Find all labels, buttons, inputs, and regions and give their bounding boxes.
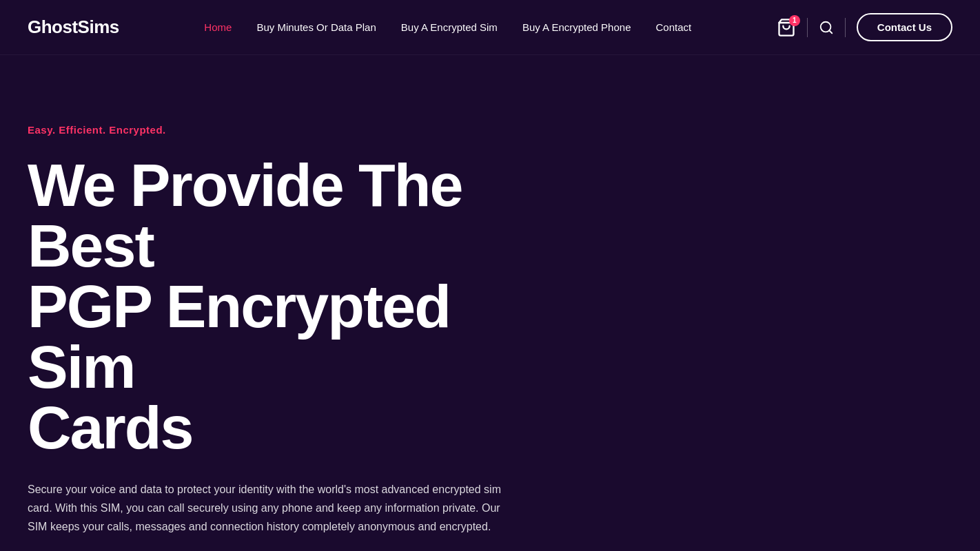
nav-link-home[interactable]: Home	[204, 21, 232, 33]
cart-badge: 1	[789, 15, 800, 26]
hero-title-line1: We Provide The Best	[28, 151, 462, 280]
navbar: GhostSims Home Buy Minutes Or Data Plan …	[0, 0, 980, 55]
hero-description: Secure your voice and data to protect yo…	[28, 480, 510, 537]
nav-item-home[interactable]: Home	[204, 21, 232, 34]
nav-link-phone[interactable]: Buy A Encrypted Phone	[522, 21, 631, 33]
nav-link-sim[interactable]: Buy A Encrypted Sim	[401, 21, 498, 33]
nav-item-contact[interactable]: Contact	[656, 21, 692, 34]
navbar-right: 1 Contact Us	[777, 13, 952, 41]
search-icon	[819, 20, 834, 35]
nav-item-minutes[interactable]: Buy Minutes Or Data Plan	[256, 21, 376, 34]
search-button[interactable]	[819, 20, 834, 35]
svg-line-2	[829, 30, 832, 33]
nav-item-sim[interactable]: Buy A Encrypted Sim	[401, 21, 498, 34]
nav-item-phone[interactable]: Buy A Encrypted Phone	[522, 21, 631, 34]
cart-button[interactable]: 1	[777, 18, 796, 37]
hero-title-line2: PGP Encrypted Sim	[28, 272, 450, 401]
nav-link-contact[interactable]: Contact	[656, 21, 692, 33]
hero-title-line3: Cards	[28, 393, 192, 461]
hero-tagline: Easy. Efficient. Encrypted.	[28, 124, 538, 136]
contact-us-button[interactable]: Contact Us	[857, 13, 952, 41]
divider	[807, 18, 808, 37]
divider-2	[845, 18, 846, 37]
brand-logo[interactable]: GhostSims	[28, 17, 119, 38]
hero-title: We Provide The Best PGP Encrypted Sim Ca…	[28, 155, 538, 458]
nav-link-minutes[interactable]: Buy Minutes Or Data Plan	[256, 21, 376, 33]
nav-links: Home Buy Minutes Or Data Plan Buy A Encr…	[204, 21, 691, 34]
hero-section: Easy. Efficient. Encrypted. We Provide T…	[0, 55, 565, 551]
